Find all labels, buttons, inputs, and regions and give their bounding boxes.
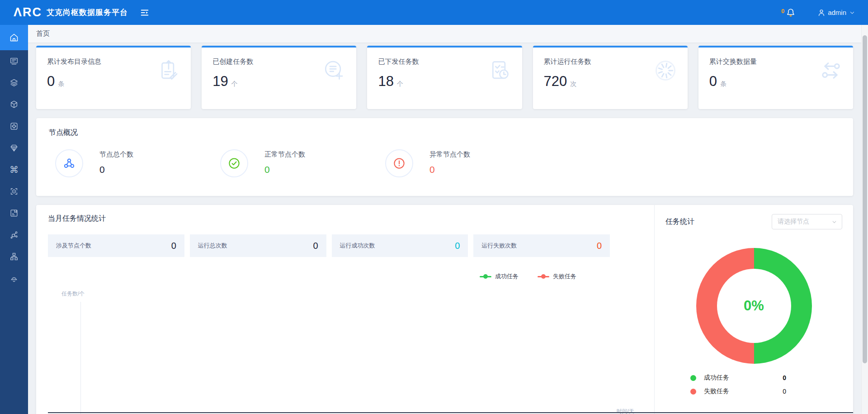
stat-box-failed-runs: 运行失败次数 0	[473, 234, 610, 257]
donut-success-label: 成功任务	[704, 374, 729, 382]
legend-fail-label: 失败任务	[553, 272, 576, 281]
stat-card-unit: 条	[58, 80, 64, 88]
donut-legend-success[interactable]: 成功任务 0	[690, 374, 786, 382]
breadcrumb-bar: 首页	[28, 25, 868, 43]
node-normal-icon	[227, 157, 241, 170]
home-icon	[9, 32, 19, 43]
brand-logo: ΛRC	[14, 6, 42, 19]
chart-x-axis-line	[48, 412, 853, 413]
stat-box-total-runs: 运行总次数 0	[190, 234, 326, 257]
stat-box-label: 运行总次数	[198, 242, 227, 250]
dashboard-icon	[9, 56, 19, 66]
node-abnormal-value: 0	[429, 164, 470, 175]
task-created-icon	[321, 57, 347, 84]
alarm-icon	[9, 273, 19, 283]
stat-box-nodes-involved: 涉及节点个数 0	[48, 234, 184, 257]
sidebar-item-relation[interactable]	[0, 224, 28, 246]
node-overview-row: 节点总个数 0 正常节点个数 0	[49, 149, 840, 177]
relation-icon	[9, 230, 19, 240]
stat-card-data-exchanged: 累计交换数据量 0条	[698, 46, 853, 109]
bell-icon	[785, 7, 796, 18]
stat-box-label: 运行失败次数	[481, 242, 517, 250]
legend-success-mark	[480, 276, 491, 277]
node-abnormal-label: 异常节点个数	[429, 150, 470, 159]
donut-legend: 成功任务 0 失败任务 0	[690, 374, 786, 395]
legend-success-tasks[interactable]: 成功任务	[480, 272, 519, 281]
stat-box-value: 0	[455, 241, 460, 251]
layers-icon	[9, 78, 19, 88]
stat-card-tasks-created: 已创建任务数 19个	[202, 46, 356, 109]
chevron-down-icon	[849, 10, 855, 16]
scrollbar-thumb[interactable]	[863, 35, 867, 363]
stat-card-unit: 条	[720, 80, 726, 88]
target-icon	[9, 186, 19, 196]
sidebar-item-cube[interactable]	[0, 94, 28, 115]
collapse-menu-icon[interactable]	[140, 8, 150, 18]
task-stats-panel: 任务统计 请选择节点 0% 成功任务 0 失败任务 0	[654, 205, 853, 414]
notification-count-badge: 0	[781, 8, 784, 14]
notification-bell[interactable]: 0	[781, 7, 796, 18]
stat-card-published-catalog: 累计发布目录信息 0条	[36, 46, 191, 109]
sidebar-item-gem[interactable]	[0, 137, 28, 159]
publish-doc-icon	[156, 57, 182, 84]
stat-box-success-runs: 运行成功次数 0	[332, 234, 468, 257]
sidebar-nav: ⌘	[0, 25, 28, 414]
sidebar-item-home[interactable]	[0, 25, 28, 50]
node-total-circle	[55, 149, 83, 177]
legend-fail-dot	[541, 274, 546, 279]
stat-card-unit: 个	[231, 80, 238, 88]
stat-box-value: 0	[313, 241, 318, 251]
legend-success-dot	[483, 274, 488, 279]
service-box-icon	[9, 121, 19, 131]
sidebar-item-dashboard[interactable]	[0, 50, 28, 72]
stat-box-value: 0	[597, 241, 602, 251]
user-menu[interactable]: admin	[817, 8, 855, 17]
sidebar-item-sitemap[interactable]	[0, 246, 28, 267]
stat-box-label: 涉及节点个数	[56, 242, 91, 250]
sidebar-item-target[interactable]	[0, 181, 28, 202]
task-run-icon	[652, 57, 679, 84]
node-select-dropdown[interactable]: 请选择节点	[772, 214, 842, 229]
monthly-stat-boxes: 涉及节点个数 0 运行总次数 0 运行成功次数 0 运行失败次数 0	[48, 234, 610, 257]
stat-card-tasks-dispatched: 已下发任务数 18个	[367, 46, 522, 109]
chevron-down-icon	[831, 219, 837, 225]
stat-card-value: 18	[378, 73, 393, 90]
sidebar-item-archive[interactable]	[0, 202, 28, 224]
task-stats-title: 任务统计	[665, 217, 694, 227]
stat-card-tasks-run: 累计运行任务数 720次	[533, 46, 688, 109]
monthly-stats-title: 当月任务情况统计	[48, 214, 642, 224]
legend-fail-mark	[538, 276, 549, 277]
archive-book-icon	[9, 208, 19, 218]
chart-y-axis-line	[80, 302, 81, 414]
node-normal-circle	[220, 149, 248, 177]
command-icon: ⌘	[9, 165, 19, 174]
node-abnormal-circle	[385, 149, 413, 177]
donut-center-percent: 0%	[696, 248, 812, 364]
data-exchange-icon	[818, 57, 844, 84]
donut-fail-label: 失败任务	[704, 387, 729, 395]
sidebar-item-alarm[interactable]	[0, 267, 28, 289]
stat-box-value: 0	[171, 241, 176, 251]
node-abnormal-item: 异常节点个数 0	[385, 149, 550, 177]
node-overview-title: 节点概况	[49, 128, 840, 138]
sidebar-item-service[interactable]	[0, 115, 28, 137]
username: admin	[828, 9, 846, 16]
stat-card-value: 720	[544, 73, 567, 90]
legend-failed-tasks[interactable]: 失败任务	[538, 272, 576, 281]
legend-success-label: 成功任务	[495, 272, 519, 281]
sidebar-item-layers[interactable]	[0, 72, 28, 94]
donut-legend-fail[interactable]: 失败任务 0	[690, 387, 786, 395]
breadcrumb-home-tab[interactable]: 首页	[36, 29, 50, 38]
donut-success-value: 0	[783, 374, 786, 381]
task-dispatch-icon	[487, 57, 513, 84]
gem-icon	[9, 143, 19, 153]
stat-card-value: 0	[709, 73, 717, 90]
donut-fail-value: 0	[783, 388, 786, 395]
user-avatar-icon	[817, 8, 826, 17]
donut-success-dot	[690, 375, 696, 381]
bottom-panel: 当月任务情况统计 涉及节点个数 0 运行总次数 0 运行成功次数 0 运行失败次…	[36, 205, 853, 414]
vertical-scrollbar	[861, 25, 868, 414]
main-content: 累计发布目录信息 0条 已创建任务数 19个 已下发任务数 18个 累计运行	[28, 43, 861, 414]
stat-card-unit: 个	[397, 80, 403, 88]
sidebar-item-command[interactable]: ⌘	[0, 159, 28, 181]
